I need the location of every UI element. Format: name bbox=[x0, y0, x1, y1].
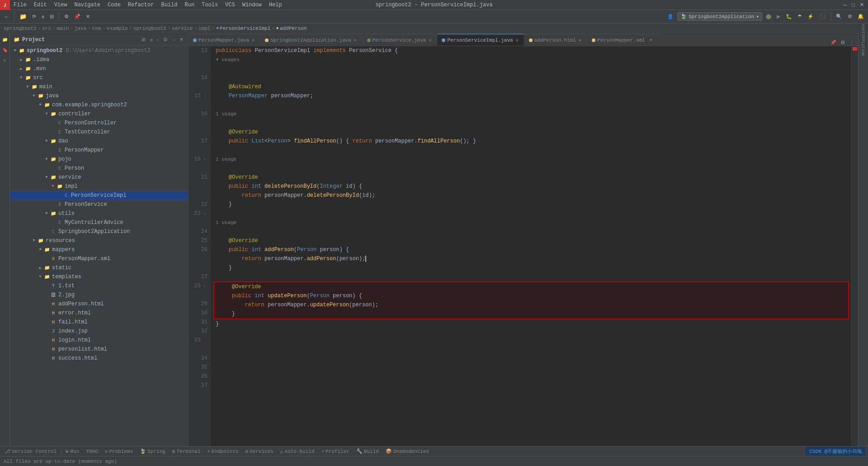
right-icon-notifications[interactable]: Notifications bbox=[859, 36, 868, 44]
bottom-terminal[interactable]: ⊞ Terminal bbox=[170, 447, 203, 456]
tree-item-pojo[interactable]: ▼ 📁 pojo bbox=[10, 155, 188, 164]
menu-window[interactable]: Window bbox=[239, 0, 265, 10]
breadcrumb-com[interactable]: com bbox=[92, 26, 101, 31]
tree-item-2jpg[interactable]: 🖼 2.jpg bbox=[10, 290, 188, 300]
tab-close-springboot2app[interactable]: ✕ bbox=[353, 38, 357, 43]
bottom-dependencies[interactable]: 📦 Dependencies bbox=[383, 447, 431, 456]
bottom-todo[interactable]: TODO bbox=[84, 447, 100, 456]
menu-code[interactable]: Code bbox=[104, 0, 124, 10]
bottom-auto-build[interactable]: △ Auto-build bbox=[278, 447, 317, 456]
toolbar-notifications[interactable]: 🔔 bbox=[856, 13, 866, 20]
toolbar-coverage[interactable]: ☂ bbox=[796, 13, 804, 20]
tree-collapse-all[interactable]: ≡ bbox=[149, 36, 153, 43]
toolbar-collapse[interactable]: ⊟ bbox=[48, 13, 56, 20]
tab-personserviceimpl[interactable]: PersonServiceImpl.java ✕ bbox=[437, 34, 524, 46]
tree-item-static[interactable]: ▶ 📁 static bbox=[10, 263, 188, 272]
tree-close[interactable]: ✕ bbox=[179, 36, 184, 43]
tree-item-personcontroller[interactable]: C PersonController bbox=[10, 119, 188, 128]
tree-item-personmapper[interactable]: I PersonMapper bbox=[10, 146, 188, 155]
menu-file[interactable]: File bbox=[10, 0, 30, 10]
bottom-services[interactable]: ⚙ Services bbox=[243, 447, 275, 456]
run-config-dropdown[interactable]: 🍃 Springboot2Application ▾ bbox=[677, 12, 762, 21]
toolbar-profile[interactable]: ⚡ bbox=[806, 13, 816, 20]
maximize-button[interactable]: □ bbox=[850, 1, 857, 9]
tab-more-btn[interactable]: ⋮ bbox=[848, 39, 856, 46]
tree-item-com[interactable]: ▼ 📁 com.example.springboot2 bbox=[10, 100, 188, 109]
tab-split[interactable]: ⊟ bbox=[839, 39, 846, 46]
toolbar-sync[interactable]: ⟳ bbox=[30, 13, 38, 20]
tree-item-controller[interactable]: ▼ 📁 controller bbox=[10, 109, 188, 119]
tab-close-personservice[interactable]: ✕ bbox=[428, 38, 432, 43]
tab-addperson-html[interactable]: addPerson.html ✕ bbox=[524, 34, 587, 46]
tree-item-utils[interactable]: ▼ 📁 utils bbox=[10, 209, 188, 218]
tree-item-fail-html[interactable]: H fail.html bbox=[10, 318, 188, 327]
tree-item-login-html[interactable]: H login.html bbox=[10, 336, 188, 345]
code-content[interactable]: public class PersonServiceImpl implement… bbox=[211, 46, 851, 446]
bottom-spring[interactable]: 🍃 Spring bbox=[137, 447, 168, 456]
breadcrumb-example[interactable]: example bbox=[107, 26, 127, 31]
bottom-run[interactable]: ▶ Run bbox=[64, 447, 81, 456]
toolbar-debug[interactable]: 🐛 bbox=[784, 13, 794, 20]
tab-close-personserviceimpl[interactable]: ✕ bbox=[515, 38, 519, 43]
tree-item-person[interactable]: C Person bbox=[10, 164, 188, 173]
bottom-problems[interactable]: ⊙ Problems bbox=[103, 447, 135, 456]
tree-item-index-jsp[interactable]: J index.jsp bbox=[10, 327, 188, 336]
toolbar-user[interactable]: 👤 bbox=[665, 13, 675, 20]
tree-expand-all[interactable]: ⊞ bbox=[141, 36, 146, 43]
breadcrumb-main[interactable]: main bbox=[57, 26, 69, 31]
toolbar-close-panel[interactable]: ✕ bbox=[84, 13, 92, 20]
tree-item-personservice[interactable]: I PersonService bbox=[10, 200, 188, 209]
tree-item-personmapper-xml[interactable]: X PersonMapper.xml bbox=[10, 254, 188, 263]
tree-item-idea[interactable]: ▶ 📁 .idea bbox=[10, 55, 188, 64]
minimize-button[interactable]: ─ bbox=[842, 1, 849, 9]
tree-item-error-html[interactable]: H error.html bbox=[10, 309, 188, 318]
menu-view[interactable]: View bbox=[51, 0, 71, 10]
tree-item-service-folder[interactable]: ▼ 📁 service bbox=[10, 173, 188, 182]
menu-edit[interactable]: Edit bbox=[30, 0, 51, 10]
tab-more-dropdown[interactable]: ▾ bbox=[647, 37, 656, 43]
tree-settings[interactable]: ⚙ bbox=[162, 36, 169, 43]
sidebar-icon-bookmarks[interactable]: 🔖 bbox=[1, 46, 9, 54]
menu-vcs[interactable]: VCS bbox=[222, 0, 239, 10]
breadcrumb-service[interactable]: service bbox=[172, 26, 193, 31]
tree-sort[interactable]: ↕ bbox=[156, 36, 160, 43]
tree-item-personserviceimpl[interactable]: C PersonServiceImpl bbox=[10, 191, 188, 200]
bottom-profiler[interactable]: ⚡ Profiler bbox=[319, 447, 351, 456]
menu-refactor[interactable]: Refactor bbox=[124, 0, 158, 10]
tree-item-1txt[interactable]: T 1.txt bbox=[10, 281, 188, 290]
tree-item-dao[interactable]: ▼ 📁 dao bbox=[10, 137, 188, 146]
toolbar-back[interactable]: ← bbox=[2, 13, 11, 20]
tab-personmapper[interactable]: PersonMapper.java ✕ bbox=[189, 34, 260, 46]
toolbar-stop[interactable]: ⬛ bbox=[817, 13, 827, 20]
tree-item-addperson-html[interactable]: H addPerson.html bbox=[10, 300, 188, 309]
csdn-badge[interactable]: CSDN @不服输的小乌龟 bbox=[806, 447, 866, 456]
menu-help[interactable]: Help bbox=[265, 0, 286, 10]
menu-navigate[interactable]: Navigate bbox=[71, 0, 104, 10]
bottom-endpoints[interactable]: ⚡ Endpoints bbox=[205, 447, 241, 456]
toolbar-pin[interactable]: 📌 bbox=[72, 13, 82, 20]
tree-item-mappers[interactable]: ▼ 📁 mappers bbox=[10, 245, 188, 254]
tab-close-personmapper[interactable]: ✕ bbox=[251, 38, 255, 43]
toolbar-gear[interactable]: ⚙ bbox=[846, 13, 854, 20]
breadcrumb-springboot2-pkg[interactable]: springboot2 bbox=[133, 26, 166, 31]
breadcrumb-addperson[interactable]: addPerson bbox=[280, 26, 307, 31]
tree-item-mvn[interactable]: ▶ 📁 .mvn bbox=[10, 64, 188, 73]
toolbar-run-build[interactable]: ⬤ bbox=[764, 13, 773, 20]
tab-pin[interactable]: 📌 bbox=[829, 39, 838, 46]
tab-close-addperson-html[interactable]: ✕ bbox=[578, 38, 582, 43]
tree-item-springboot2application[interactable]: C Springboot2Application bbox=[10, 227, 188, 236]
tree-item-templates[interactable]: ▼ 📁 templates bbox=[10, 272, 188, 281]
tree-item-testcontroller[interactable]: C TestController bbox=[10, 128, 188, 137]
tab-personmapper-xml[interactable]: PersonMapper.xml ▾ bbox=[587, 34, 660, 46]
breadcrumb-personserviceimpl[interactable]: PersonServiceImpl bbox=[220, 26, 270, 31]
toolbar-structure[interactable]: ≡ bbox=[40, 13, 46, 20]
tree-item-mycontrolleradvice[interactable]: C MyControllerAdvice bbox=[10, 218, 188, 227]
breadcrumb-springboot2[interactable]: springboot2 bbox=[4, 26, 37, 31]
tree-item-java[interactable]: ▼ 📁 java bbox=[10, 91, 188, 100]
tree-item-success-html[interactable]: H success.html bbox=[10, 354, 188, 363]
bottom-version-control[interactable]: ⎇ Version Control bbox=[2, 447, 59, 456]
breadcrumb-impl[interactable]: impl bbox=[198, 26, 210, 31]
toolbar-settings[interactable]: ⚙ bbox=[62, 13, 71, 20]
menu-run[interactable]: Run bbox=[181, 0, 198, 10]
tab-springboot2app[interactable]: Springboot2Application.java ✕ bbox=[260, 34, 362, 46]
